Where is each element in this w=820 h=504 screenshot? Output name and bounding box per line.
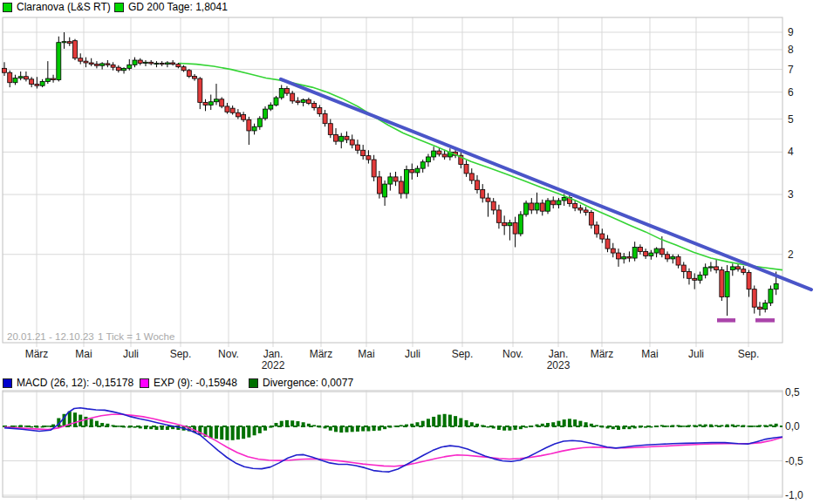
candle-body (578, 208, 583, 209)
candle-body (372, 160, 376, 177)
divergence-bar (568, 419, 571, 426)
candle-body (208, 102, 213, 106)
candle-body (171, 63, 175, 65)
price-axis-tick-label: 5 (788, 113, 794, 126)
candle-body (334, 134, 338, 141)
divergence-bar (73, 412, 77, 426)
macd-axis-tick-label: -0,5 (785, 455, 803, 467)
divergence-bar (465, 420, 468, 426)
candle-body (703, 268, 707, 276)
candle-body (160, 63, 164, 64)
candle-body (290, 93, 295, 101)
macd-axis-tick-label: 0,0 (785, 420, 800, 432)
candle-body (659, 249, 664, 255)
divergence-bar (290, 420, 294, 426)
candle-body (133, 60, 137, 65)
macd-line (4, 408, 782, 472)
candle-body (94, 65, 99, 66)
candle-body (399, 181, 403, 194)
candle-body (757, 307, 762, 309)
candle-body (769, 289, 773, 303)
candle-body (279, 88, 284, 98)
candle-body (366, 156, 371, 160)
candle-body (627, 256, 632, 258)
candle-body (40, 81, 44, 85)
candle-body (513, 222, 517, 234)
candle-body (616, 253, 620, 259)
candle-body (198, 78, 202, 102)
divergence-bar (612, 426, 615, 429)
month-tick-label: Juli (688, 348, 704, 360)
candle-body (269, 105, 273, 109)
candle-body (138, 60, 142, 63)
candle-body (405, 170, 409, 194)
candle-body (154, 63, 159, 64)
candle-body (774, 283, 778, 289)
candle-body (312, 104, 317, 108)
month-tick-label: März (25, 348, 49, 360)
candle-body (35, 85, 39, 86)
downtrend-line[interactable] (281, 79, 811, 289)
candle-body (524, 203, 529, 215)
candle-body (600, 234, 605, 239)
candle-body (725, 271, 729, 296)
candle-body (328, 124, 332, 135)
candle-body (388, 177, 393, 184)
candle-body (214, 99, 218, 102)
price-axis-tick-label: 6 (788, 86, 794, 99)
divergence-bar (437, 415, 441, 426)
divergence-bar (46, 426, 50, 426)
candle-body (18, 77, 23, 78)
divergence-bar (541, 424, 544, 426)
candle-body (747, 272, 751, 289)
divergence-bar (225, 426, 229, 440)
month-tick-label: Mai (641, 348, 658, 360)
candle-body (410, 170, 414, 173)
candle-body (595, 225, 599, 234)
divergence-bar (231, 426, 235, 440)
divergence-bar (448, 415, 452, 426)
candle-body (252, 126, 256, 131)
candle-body (106, 64, 110, 65)
month-tick-label: Mai (358, 348, 374, 360)
candle-body (225, 106, 229, 112)
month-tick-label: Nov. (502, 348, 523, 360)
divergence-bar (117, 426, 120, 426)
candle-body (562, 197, 566, 200)
candle-body (122, 68, 126, 70)
candle-body (355, 145, 359, 150)
candle-body (176, 65, 181, 67)
candle-body (611, 249, 615, 253)
candle-body (242, 115, 246, 120)
divergence-bar (329, 426, 332, 431)
candle-body (720, 270, 724, 297)
candle-body (432, 151, 436, 157)
divergence-bar (486, 426, 489, 427)
month-tick-label: Sep. (738, 348, 760, 360)
price-axis-tick-label: 7 (788, 64, 794, 76)
gd200-line (179, 64, 782, 270)
candle-body (236, 112, 240, 117)
candle-body (644, 251, 648, 255)
candle-body (486, 198, 490, 201)
candle-body (220, 99, 224, 106)
price-axis-tick-label: 3 (788, 188, 794, 201)
chart-canvas: 98765432MärzMaiJuliSep.Nov.Jan.2022MärzM… (0, 0, 820, 504)
candle-body (350, 140, 354, 145)
candle-body (491, 201, 495, 210)
candle-body (671, 256, 675, 259)
candle-body (698, 275, 702, 280)
price-axis-tick-label: 4 (788, 146, 794, 158)
candle-body (127, 65, 132, 68)
macd-axis-tick-label: 0,5 (785, 386, 800, 398)
month-tick-label: Jan. (263, 348, 284, 360)
divergence-bar (242, 426, 245, 439)
divergence-bar (275, 423, 278, 426)
candle-body (296, 101, 300, 103)
candle-body (284, 88, 289, 93)
divergence-bar (209, 426, 213, 438)
divergence-bar (345, 426, 348, 432)
divergence-bar (84, 417, 87, 426)
candle-body (676, 256, 680, 265)
candle-body (584, 210, 588, 213)
